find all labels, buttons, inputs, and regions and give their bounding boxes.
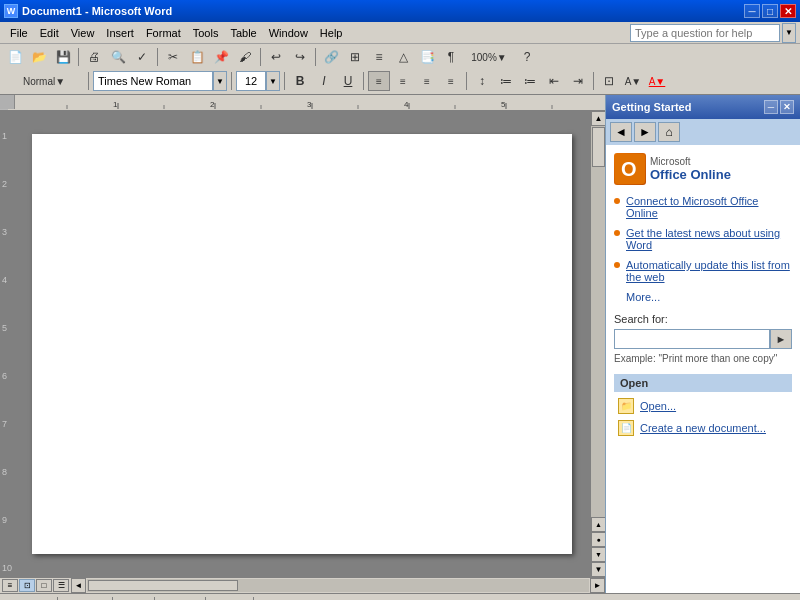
menu-file[interactable]: File <box>4 25 34 41</box>
web-view-button[interactable]: ⊡ <box>19 579 35 592</box>
status-trk: TRK <box>691 597 723 601</box>
hyperlink-button[interactable]: 🔗 <box>320 47 342 67</box>
link-news[interactable]: Get the latest news about using Word <box>626 227 792 251</box>
more-link[interactable]: More... <box>626 291 792 303</box>
scroll-up-button[interactable]: ▲ <box>591 111 605 126</box>
format-painter-button[interactable]: 🖌 <box>234 47 256 67</box>
menu-edit[interactable]: Edit <box>34 25 65 41</box>
outside-border-button[interactable]: ⊡ <box>598 71 620 91</box>
outline-view-button[interactable]: ☰ <box>53 579 69 592</box>
underline-button[interactable]: U <box>337 71 359 91</box>
margin-num: 9 <box>2 515 12 525</box>
font-name-input[interactable] <box>93 71 213 91</box>
menu-insert[interactable]: Insert <box>100 25 140 41</box>
new-document-link[interactable]: Create a new document... <box>640 422 766 434</box>
sidebar-search-button[interactable]: ► <box>770 329 792 349</box>
sidebar-forward-button[interactable]: ► <box>634 122 656 142</box>
highlight-button[interactable]: A▼ <box>622 71 644 91</box>
sidebar-back-button[interactable]: ◄ <box>610 122 632 142</box>
scroll-thumb[interactable] <box>592 127 605 167</box>
document-map-button[interactable]: 📑 <box>416 47 438 67</box>
zoom-dropdown[interactable]: 100%▼ <box>464 47 514 67</box>
svg-rect-1 <box>14 95 15 109</box>
copy-button[interactable]: 📋 <box>186 47 208 67</box>
close-button[interactable]: ✕ <box>780 4 796 18</box>
scroll-track[interactable] <box>591 126 605 517</box>
font-size-dropdown[interactable]: ▼ <box>266 71 280 91</box>
italic-button[interactable]: I <box>313 71 335 91</box>
print-button[interactable]: 🖨 <box>83 47 105 67</box>
getting-started-panel: Getting Started ─ ✕ ◄ ► ⌂ O <box>605 95 800 593</box>
align-left-button[interactable]: ≡ <box>368 71 390 91</box>
open-file-item[interactable]: 📁 Open... <box>614 396 792 416</box>
link-item-update[interactable]: Automatically update this list from the … <box>614 259 792 283</box>
sidebar-title: Getting Started <box>612 101 691 113</box>
search-example: Example: "Print more than one copy" <box>614 353 792 364</box>
menu-view[interactable]: View <box>65 25 101 41</box>
scroll-next-page-button[interactable]: ▼ <box>591 547 605 562</box>
font-size-input[interactable] <box>236 71 266 91</box>
align-center-button[interactable]: ≡ <box>392 71 414 91</box>
status-divider5 <box>253 597 254 601</box>
cut-button[interactable]: ✂ <box>162 47 184 67</box>
font-color-button[interactable]: A▼ <box>646 71 668 91</box>
link-item-news[interactable]: Get the latest news about using Word <box>614 227 792 251</box>
scroll-dot-button[interactable]: ● <box>591 532 605 547</box>
font-name-dropdown[interactable]: ▼ <box>213 71 227 91</box>
justify-button[interactable]: ≡ <box>440 71 462 91</box>
increase-indent-button[interactable]: ⇥ <box>567 71 589 91</box>
spell-check-button[interactable]: ✓ <box>131 47 153 67</box>
sidebar-close-button[interactable]: ✕ <box>780 100 794 114</box>
align-right-button[interactable]: ≡ <box>416 71 438 91</box>
menu-tools[interactable]: Tools <box>187 25 225 41</box>
svg-text:5: 5 <box>501 100 506 109</box>
sidebar-home-button[interactable]: ⌂ <box>658 122 680 142</box>
hscroll-left-button[interactable]: ◄ <box>71 578 86 593</box>
print-preview-button[interactable]: 🔍 <box>107 47 129 67</box>
menu-help[interactable]: Help <box>314 25 349 41</box>
print-view-button[interactable]: □ <box>36 579 52 592</box>
tables-button[interactable]: ⊞ <box>344 47 366 67</box>
title-bar-buttons: ─ □ ✕ <box>744 4 796 18</box>
bullet-icon <box>614 262 620 268</box>
page-canvas[interactable] <box>14 111 590 577</box>
show-hide-button[interactable]: ¶ <box>440 47 462 67</box>
redo-button[interactable]: ↪ <box>289 47 311 67</box>
menu-window[interactable]: Window <box>263 25 314 41</box>
maximize-button[interactable]: □ <box>762 4 778 18</box>
menu-table[interactable]: Table <box>224 25 262 41</box>
hscroll-thumb[interactable] <box>88 580 238 591</box>
sidebar-search-input[interactable] <box>614 329 770 349</box>
bold-button[interactable]: B <box>289 71 311 91</box>
style-dropdown[interactable]: Normal▼ <box>4 71 84 91</box>
link-connect[interactable]: Connect to Microsoft Office Online <box>626 195 792 219</box>
hscroll-right-button[interactable]: ► <box>590 578 605 593</box>
open-button[interactable]: 📂 <box>28 47 50 67</box>
minimize-button[interactable]: ─ <box>744 4 760 18</box>
document-page <box>32 134 572 554</box>
save-button[interactable]: 💾 <box>52 47 74 67</box>
bullets-button[interactable]: ≔ <box>519 71 541 91</box>
columns-button[interactable]: ≡ <box>368 47 390 67</box>
hscroll-track[interactable] <box>87 579 589 592</box>
help-button[interactable]: ? <box>516 47 538 67</box>
new-document-item[interactable]: 📄 Create a new document... <box>614 418 792 438</box>
help-search-dropdown[interactable]: ▼ <box>782 23 796 43</box>
normal-view-button[interactable]: ≡ <box>2 579 18 592</box>
open-file-link[interactable]: Open... <box>640 400 676 412</box>
line-spacing-button[interactable]: ↕ <box>471 71 493 91</box>
decrease-indent-button[interactable]: ⇤ <box>543 71 565 91</box>
title-bar: W Document1 - Microsoft Word ─ □ ✕ <box>0 0 800 22</box>
link-item-connect[interactable]: Connect to Microsoft Office Online <box>614 195 792 219</box>
menu-format[interactable]: Format <box>140 25 187 41</box>
link-update[interactable]: Automatically update this list from the … <box>626 259 792 283</box>
scroll-down-button[interactable]: ▼ <box>591 562 605 577</box>
sidebar-minimize-button[interactable]: ─ <box>764 100 778 114</box>
new-button[interactable]: 📄 <box>4 47 26 67</box>
paste-button[interactable]: 📌 <box>210 47 232 67</box>
undo-button[interactable]: ↩ <box>265 47 287 67</box>
scroll-prev-page-button[interactable]: ▲ <box>591 517 605 532</box>
numbering-button[interactable]: ≔ <box>495 71 517 91</box>
drawing-button[interactable]: △ <box>392 47 414 67</box>
help-search-input[interactable] <box>630 24 780 42</box>
